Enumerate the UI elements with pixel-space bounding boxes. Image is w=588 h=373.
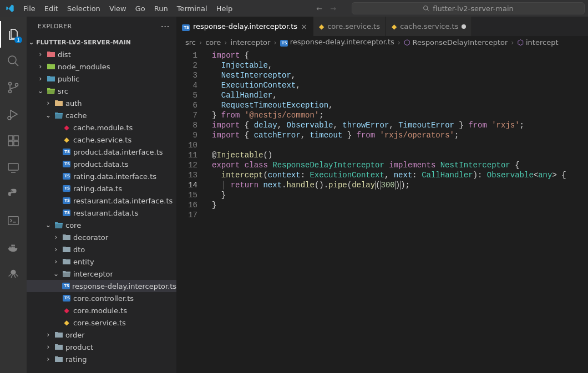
activity-search[interactable] — [0, 48, 27, 74]
tree-label: src — [58, 87, 68, 95]
editor-tabs: TSresponse-delay.interceptor.ts×◆core.se… — [176, 17, 588, 36]
activity-python[interactable] — [0, 181, 27, 207]
folder-icon — [47, 50, 55, 59]
tree-folder[interactable]: ⌄interceptor — [27, 268, 176, 280]
editor-tab[interactable]: TSresponse-delay.interceptor.ts× — [176, 17, 313, 36]
chevron-icon: › — [44, 331, 52, 339]
code-editor[interactable]: 1234567891011121314151617 import { Injec… — [176, 48, 588, 373]
tree-file[interactable]: TSproduct.data.ts — [27, 158, 176, 170]
file-icon: ◆ — [392, 22, 397, 30]
nav-back-icon[interactable]: ← — [316, 4, 322, 13]
breadcrumb-item[interactable]: ⬡ ResponseDelayInterceptor — [404, 38, 508, 47]
tree-folder[interactable]: ›decorator — [27, 231, 176, 243]
folder-icon — [47, 74, 55, 83]
tree-folder[interactable]: ⌄src — [27, 85, 176, 97]
command-center[interactable]: flutter-lv2-server-main — [352, 2, 585, 14]
tree-folder[interactable]: ›node_modules — [27, 60, 176, 73]
menu-help[interactable]: Help — [212, 2, 237, 15]
tree-file[interactable]: TSrating.data.ts — [27, 182, 176, 195]
workspace-header[interactable]: ⌄ FLUTTER-LV2-SERVER-MAIN — [27, 36, 176, 48]
activity-explorer[interactable]: 1 — [0, 21, 27, 48]
tree-file[interactable]: TScore.controller.ts — [27, 292, 176, 304]
close-icon[interactable]: × — [301, 22, 307, 31]
activity-debug[interactable] — [0, 101, 27, 127]
tree-label: cache.module.ts — [73, 124, 133, 132]
breadcrumb-item[interactable]: ⬡ intercept — [518, 38, 559, 47]
folder-icon — [62, 245, 71, 254]
folder-icon — [54, 99, 63, 108]
menu-edit[interactable]: Edit — [40, 2, 63, 15]
editor-tab[interactable]: ◆core.service.ts — [313, 17, 386, 36]
breadcrumbs[interactable]: src›core›interceptor›TS response-delay.i… — [176, 36, 588, 48]
chevron-icon: ⌄ — [44, 111, 52, 119]
activity-bar: 1 — [0, 17, 27, 373]
tree-folder[interactable]: ›rating — [27, 353, 176, 365]
breadcrumb-item[interactable]: core — [205, 38, 221, 47]
svg-rect-12 — [8, 163, 18, 170]
tree-folder[interactable]: ⌄core — [27, 219, 176, 231]
activity-remote[interactable] — [0, 154, 27, 181]
remote-icon — [7, 161, 20, 174]
tree-label: decorator — [73, 233, 108, 242]
menu-run[interactable]: Run — [150, 2, 173, 15]
nav-forward-icon[interactable]: → — [330, 4, 336, 13]
svg-point-2 — [8, 56, 16, 64]
chevron-icon: › — [37, 50, 44, 58]
file-icon: TS — [62, 147, 71, 156]
folder-icon — [62, 233, 71, 242]
tree-file[interactable]: ◆cache.module.ts — [27, 121, 176, 134]
sidebar-more-icon[interactable]: ⋯ — [161, 21, 170, 32]
menu-file[interactable]: File — [19, 2, 40, 15]
file-icon: ◆ — [319, 22, 324, 30]
tree-label: node_modules — [58, 63, 110, 71]
code-content[interactable]: import { Injectable, NestInterceptor, Ex… — [207, 48, 588, 373]
tree-file[interactable]: TSproduct.data.interface.ts — [27, 146, 176, 158]
tree-file[interactable]: TSresponse-delay.interceptor.ts — [27, 280, 176, 292]
tree-label: dto — [73, 246, 85, 254]
chevron-down-icon: ⌄ — [29, 39, 34, 46]
tree-label: rating.data.interface.ts — [73, 172, 156, 181]
folder-icon — [54, 221, 63, 229]
activity-terminal[interactable] — [0, 207, 27, 234]
tree-folder[interactable]: ›public — [27, 73, 176, 85]
file-icon: TS — [62, 208, 71, 217]
tree-folder[interactable]: ›entity — [27, 256, 176, 268]
breadcrumb-item[interactable]: TS response-delay.interceptor.ts — [280, 38, 394, 47]
extensions-icon — [7, 134, 20, 147]
menu-view[interactable]: View — [105, 2, 131, 15]
menu-go[interactable]: Go — [131, 2, 150, 15]
folder-icon — [54, 330, 63, 339]
menu-terminal[interactable]: Terminal — [173, 2, 212, 15]
tree-file[interactable]: ◆cache.service.ts — [27, 134, 176, 146]
tree-folder[interactable]: ›order — [27, 329, 176, 341]
tree-file[interactable]: ◆core.service.ts — [27, 316, 176, 329]
tree-label: product.data.ts — [73, 160, 128, 168]
editor-tab[interactable]: ◆cache.service.ts — [386, 17, 472, 36]
tree-file[interactable]: ◆core.module.ts — [27, 304, 176, 316]
svg-point-5 — [9, 90, 12, 93]
tree-folder[interactable]: ›product — [27, 341, 176, 353]
breadcrumb-item[interactable]: interceptor — [231, 38, 271, 47]
activity-docker[interactable] — [0, 234, 27, 260]
tree-file[interactable]: TSrestaurant.data.ts — [27, 207, 176, 219]
svg-rect-10 — [14, 141, 18, 146]
activity-other[interactable] — [0, 260, 27, 287]
tree-file[interactable]: TSrating.data.interface.ts — [27, 170, 176, 182]
vscode-icon — [6, 4, 14, 13]
tree-file[interactable]: TSrestaurant.data.interface.ts — [27, 195, 176, 207]
chevron-icon: › — [52, 246, 60, 253]
file-icon: TS — [62, 160, 71, 168]
tree-label: cache — [65, 111, 87, 120]
folder-icon — [62, 257, 71, 266]
tree-folder[interactable]: ⌄cache — [27, 109, 176, 121]
menu-selection[interactable]: Selection — [63, 2, 105, 15]
activity-extensions[interactable] — [0, 127, 27, 154]
activity-scm[interactable] — [0, 74, 27, 101]
tree-folder[interactable]: ›dist — [27, 48, 176, 60]
breadcrumb-item[interactable]: src — [185, 38, 196, 47]
search-icon — [423, 5, 429, 12]
title-bar: File Edit Selection View Go Run Terminal… — [0, 0, 588, 17]
search-icon — [7, 54, 20, 68]
tree-folder[interactable]: ›auth — [27, 97, 176, 109]
tree-folder[interactable]: ›dto — [27, 243, 176, 256]
